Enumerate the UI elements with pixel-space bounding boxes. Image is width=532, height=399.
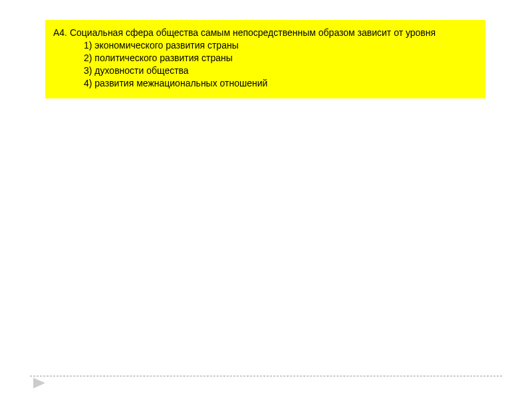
question-option: 3) духовности общества	[53, 65, 477, 77]
divider-line	[30, 376, 502, 376]
svg-marker-0	[33, 378, 45, 388]
play-arrow-icon	[33, 378, 45, 388]
question-prompt: А4. Социальная сфера общества самым непо…	[53, 27, 477, 39]
question-option: 1) экономического развития страны	[53, 39, 477, 52]
question-block: А4. Социальная сфера общества самым непо…	[45, 20, 485, 98]
question-option: 4) развития межнациональных отношений	[53, 77, 477, 90]
question-option: 2) политического развития страны	[53, 52, 477, 65]
